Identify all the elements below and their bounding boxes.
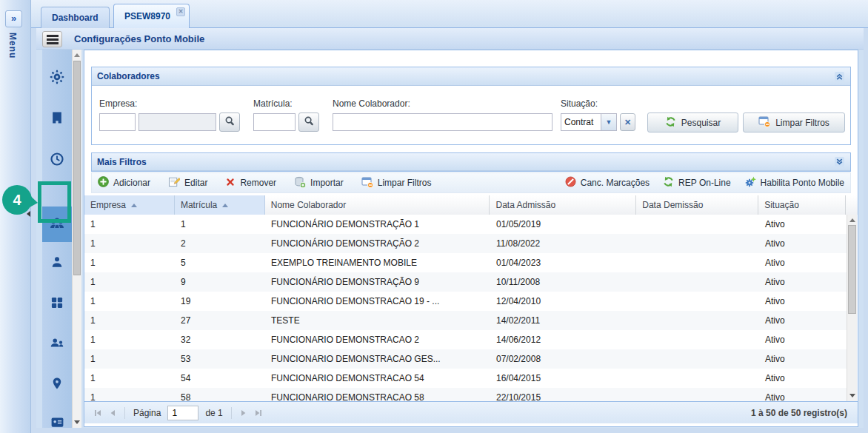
nome-colaborador-input[interactable] [333, 113, 552, 131]
time-card-icon [50, 414, 65, 432]
user-icon [50, 255, 64, 272]
limpar-filtros-button[interactable]: Limpar Filtros [743, 113, 845, 132]
column-header-data-admissao[interactable]: Data Admissão [490, 195, 636, 215]
empresa-search-button[interactable] [219, 113, 240, 132]
rep-online-button[interactable]: REP On-Line [663, 176, 730, 189]
table-cell: 2 [175, 234, 265, 253]
grid-header: Empresa Matrícula Nome Colaborador Data … [84, 195, 858, 215]
table-row[interactable]: 158FUNCIONARIO DEMONSTRACAO 5822/10/2015… [84, 388, 847, 401]
situacao-clear-button[interactable]: ✕ [620, 113, 635, 131]
sidebar-scrollbar[interactable] [72, 50, 81, 428]
habilita-ponto-mobile-button[interactable]: Habilita Ponto Mobile [744, 176, 844, 190]
sidebar-item-company[interactable] [42, 102, 72, 135]
page-number-input[interactable] [167, 406, 198, 420]
tab-bar: Dashboard PSEW8970 ✕ [31, 0, 868, 28]
add-icon [98, 176, 109, 189]
tab-close-icon[interactable]: ✕ [176, 7, 185, 16]
column-header-situacao[interactable]: Situação [758, 195, 846, 215]
situacao-combo-input[interactable] [561, 113, 601, 131]
sidebar-item-modules[interactable] [42, 287, 72, 320]
splitter-collapse-arrow[interactable] [27, 211, 30, 217]
table-cell: FUNCIONÁRIO DEMONSTRAÇÃO 2 [265, 234, 490, 253]
nome-colaborador-label: Nome Colaborador: [333, 98, 410, 109]
cancelar-marcacoes-button[interactable]: Canc. Marcações [565, 176, 650, 189]
scrollbar-down-icon[interactable] [74, 420, 80, 424]
table-row[interactable]: 154FUNCIONARIO DEMONSTRACAO 5416/04/2015… [84, 369, 847, 388]
table-cell: 1 [84, 330, 175, 349]
scrollbar-thumb[interactable] [848, 225, 856, 314]
table-cell: 01/05/2019 [490, 215, 637, 234]
table-cell: 14/02/2011 [490, 311, 637, 330]
pesquisar-button[interactable]: Pesquisar [647, 113, 738, 132]
table-cell: 54 [175, 369, 265, 388]
table-cell [637, 349, 759, 369]
empresa-name-input[interactable] [138, 113, 216, 131]
empresa-code-input[interactable] [99, 113, 136, 131]
table-cell: 19 [175, 292, 265, 311]
table-row[interactable]: 132FUNCIONARIO DEMONSTRACAO 214/06/2012A… [84, 330, 847, 349]
column-header-matricula[interactable]: Matrícula [175, 195, 265, 215]
sidebar-item-settings[interactable] [42, 61, 72, 94]
table-cell [637, 272, 759, 292]
table-cell: Ativo [759, 234, 847, 253]
collapse-panel-icon[interactable] [833, 70, 845, 82]
team-network-icon [49, 335, 65, 354]
menu-vertical-label[interactable]: Menu [7, 33, 18, 58]
hamburger-menu-button[interactable] [42, 31, 62, 47]
column-header-data-demissao[interactable]: Data Demissão [636, 195, 758, 215]
mais-filtros-title: Mais Filtros [97, 157, 833, 167]
remover-button[interactable]: Remover [225, 177, 276, 189]
adicionar-button[interactable]: Adicionar [98, 176, 150, 189]
importar-button[interactable]: Importar [294, 176, 344, 190]
expand-menu-button[interactable]: » [5, 10, 22, 27]
table-row[interactable]: 153FUNCIONARIO DEMONSTRACAO GES...07/02/… [84, 349, 847, 369]
table-row[interactable]: 15EXEMPLO TREINAMENTO MOBILE01/04/2023At… [84, 253, 847, 272]
table-row[interactable]: 119FUNCIONARIO DEMONSTRACAO 19 - ...12/0… [84, 292, 847, 311]
table-cell: 22/10/2015 [490, 388, 637, 401]
modules-grid-icon [50, 295, 64, 312]
scrollbar-thumb[interactable] [73, 61, 81, 275]
sort-asc-icon [222, 204, 228, 207]
tab-dashboard[interactable]: Dashboard [41, 7, 110, 28]
column-header-empresa[interactable]: Empresa [84, 195, 175, 215]
sidebar-item-employees[interactable] [42, 207, 72, 242]
prev-page-icon[interactable] [105, 406, 120, 420]
column-header-nome[interactable]: Nome Colaborador [265, 195, 490, 215]
scrollbar-up-icon[interactable] [74, 53, 80, 57]
table-row[interactable]: 19FUNCIONÁRIO DEMONSTRAÇÃO 910/11/2008At… [84, 272, 847, 292]
last-page-icon[interactable] [251, 406, 266, 420]
situacao-dropdown-icon[interactable]: ▼ [601, 113, 617, 131]
editar-button[interactable]: Editar [168, 176, 207, 189]
first-page-icon[interactable] [90, 406, 105, 420]
mais-filtros-header[interactable]: Mais Filtros [92, 153, 850, 171]
toolbar-limpar-filtros-button[interactable]: Limpar Filtros [361, 176, 432, 190]
pagination-bar: Página de 1 1 à 50 de 50 registro(s) [84, 401, 858, 423]
next-page-icon[interactable] [236, 406, 251, 420]
sidebar-item-location[interactable] [42, 368, 72, 400]
sidebar-item-timecard[interactable] [42, 407, 72, 433]
sidebar-item-user[interactable] [42, 246, 72, 279]
table-cell: Ativo [759, 369, 847, 388]
grid-scrollbar[interactable] [847, 215, 857, 401]
table-cell: 1 [84, 369, 175, 388]
table-row[interactable]: 12FUNCIONÁRIO DEMONSTRAÇÃO 211/08/2022At… [84, 234, 847, 253]
table-cell: 1 [84, 272, 175, 292]
scrollbar-down-icon[interactable] [849, 394, 855, 397]
sidebar-item-team[interactable] [42, 328, 72, 360]
tab-psew8970[interactable]: PSEW8970 ✕ [113, 4, 190, 28]
table-cell: 1 [175, 215, 265, 234]
mais-filtros-panel: Mais Filtros [91, 152, 851, 172]
table-cell: 53 [175, 349, 265, 369]
matricula-input[interactable] [253, 113, 296, 131]
scrollbar-up-icon[interactable] [849, 218, 855, 222]
clear-x-icon: ✕ [624, 118, 631, 127]
sidebar-item-clock[interactable] [42, 144, 72, 176]
table-cell: 1 [84, 311, 175, 330]
grid-toolbar: Adicionar Editar Remover Importar [91, 172, 851, 193]
editar-label: Editar [184, 178, 207, 188]
expand-panel-icon[interactable] [833, 156, 845, 168]
matricula-search-button[interactable] [298, 113, 319, 132]
table-cell: FUNCIONARIO DEMONSTRACAO 2 [265, 330, 490, 349]
table-row[interactable]: 127TESTE14/02/2011Ativo [84, 311, 847, 330]
table-row[interactable]: 11FUNCIONÁRIO DEMONSTRAÇÃO 101/05/2019At… [84, 215, 847, 234]
